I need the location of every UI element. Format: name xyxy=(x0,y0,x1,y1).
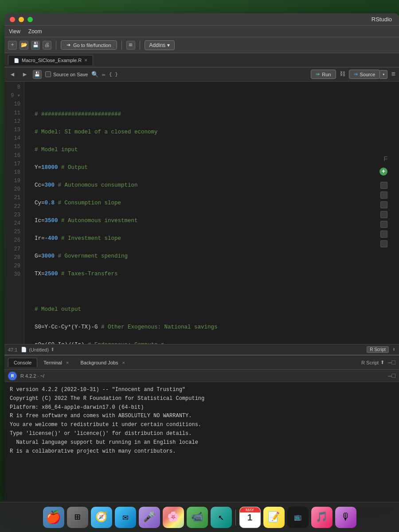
editor-toolbar: ◀ ▶ 💾 Source on Save 🔍 ✏️ { } ⇒ Run ⛓ xyxy=(4,67,399,82)
plus-icon[interactable]: + xyxy=(379,168,387,176)
toolbar-separator-3 xyxy=(140,41,140,50)
chain-icon[interactable]: ⛓ xyxy=(340,71,345,78)
source-dropdown-btn[interactable]: ▾ xyxy=(380,70,387,79)
hamburger-icon[interactable]: ≡ xyxy=(391,70,395,78)
maximize-button[interactable] xyxy=(27,17,33,22)
dock-safari[interactable]: 🧭 xyxy=(91,507,112,528)
cursor-position: 47:1 xyxy=(8,347,17,352)
run-label: Run xyxy=(322,72,331,77)
run-arrow-icon: ⇒ xyxy=(316,71,320,77)
run-button[interactable]: ⇒ Run xyxy=(311,70,336,79)
dock-siri[interactable]: 🎤 xyxy=(139,507,160,528)
code-line-20: # Model output xyxy=(28,305,395,314)
tab-terminal[interactable]: Terminal × xyxy=(38,358,74,367)
code-line-15: Ic=3500 # Autonomous investment xyxy=(28,216,395,225)
source-on-save-checkbox[interactable] xyxy=(45,71,51,77)
goto-file-button[interactable]: ➜ Go to file/function xyxy=(61,40,117,50)
code-line-11: # Model input xyxy=(28,145,395,154)
code-editor[interactable]: 8 9 ▾ 10 11 12 13 14 15 16 17 18 19 20 2… xyxy=(4,82,399,344)
save-small-icon[interactable]: 💾 xyxy=(33,70,42,79)
tab-terminal-label: Terminal xyxy=(43,360,62,365)
console-line-5: R is free software and comes with ABSOLU… xyxy=(10,412,394,421)
dock-music[interactable]: 🎵 xyxy=(311,507,332,528)
nav-forward-icon[interactable]: ▶ xyxy=(20,70,29,79)
addins-arrow-icon: ▾ xyxy=(167,42,170,48)
tab-bgjobs-close[interactable]: × xyxy=(122,360,125,365)
dock-launchpad[interactable]: ⊞ xyxy=(67,507,88,528)
r-version-text: R 4.2.2 · ~/ xyxy=(20,373,44,379)
dock-podcast[interactable]: 🎙 xyxy=(335,507,356,528)
sidebar-icon-1[interactable] xyxy=(380,182,387,189)
console-tab-bar: Console Terminal × Background Jobs × R S… xyxy=(4,356,399,370)
dock-calendar[interactable]: MAY 1 xyxy=(239,507,261,528)
app-title: RStudio xyxy=(372,16,392,23)
close-button[interactable] xyxy=(10,17,15,22)
file-nav-icon: ⬆ xyxy=(51,347,55,352)
code-icon[interactable]: { } xyxy=(109,72,118,77)
nav-back-icon[interactable]: ◀ xyxy=(8,70,17,79)
dock: 🍎 ⊞ 🧭 ✉️ 🎤 🌸 📹 ↖ MAY 1 📝 📺 🎵 🎙 xyxy=(0,502,399,532)
launchpad-icon: ⊞ xyxy=(74,511,80,523)
dock-finder[interactable]: 🍎 xyxy=(43,507,64,528)
sidebar-icon-7[interactable] xyxy=(380,240,387,247)
menu-view[interactable]: View xyxy=(9,28,20,35)
console-line-3: Platform: x86_64-apple-darwin17.0 (64-bi… xyxy=(10,403,394,412)
dock-notes[interactable]: 📝 xyxy=(263,507,285,528)
toolbar-open-icon[interactable]: 📂 xyxy=(20,41,28,50)
addins-label: Addins xyxy=(149,42,166,48)
console-resize-icon[interactable]: —□ xyxy=(388,372,395,379)
source-button[interactable]: ⇒ Source xyxy=(349,70,380,79)
code-line-12: Y=18000 # Output xyxy=(28,163,395,172)
toolbar-separator-2 xyxy=(121,41,122,50)
facetime-icon: 📹 xyxy=(191,511,203,523)
tab-close-btn[interactable]: × xyxy=(84,57,87,63)
dock-facetime[interactable]: 📹 xyxy=(187,507,208,528)
toolbar-new-icon[interactable]: + xyxy=(8,41,17,50)
notes-icon: 📝 xyxy=(268,511,280,523)
console-minimize-icon[interactable]: —□ xyxy=(388,359,395,366)
code-line-21: S0=Y-Cc-Cy*(Y-TX)-G # Other Exogenous: N… xyxy=(28,323,395,332)
sidebar-icon-4[interactable] xyxy=(380,211,387,218)
code-line-10: # Model: SI model of a closed economy xyxy=(28,128,395,137)
sidebar-icon-2[interactable] xyxy=(380,192,387,199)
dock-cursor[interactable]: ↖ xyxy=(211,507,232,528)
photos-icon: 🌸 xyxy=(167,511,179,523)
dock-photos[interactable]: 🌸 xyxy=(163,507,184,528)
tab-console[interactable]: Console xyxy=(8,358,37,367)
script-dropdown-icon[interactable]: ⬆ xyxy=(392,346,395,353)
arrow-icon: ➜ xyxy=(66,42,70,48)
console-output[interactable]: R version 4.2.2 (2022-10-31) -- "Innocen… xyxy=(4,382,399,505)
addins-button[interactable]: Addins ▾ xyxy=(145,40,175,50)
toolbar-grid-icon[interactable]: ⊞ xyxy=(126,41,135,50)
toolbar-save-icon[interactable]: 💾 xyxy=(31,41,40,50)
console-line-2: Copyright (C) 2022 The R Foundation for … xyxy=(10,395,394,403)
code-content[interactable]: # ######################## # Model: SI m… xyxy=(24,82,399,344)
dock-mail[interactable]: ✉️ xyxy=(115,507,136,528)
rstudio-window: RStudio View Zoom + 📂 💾 🖨 ➜ Go to file/f… xyxy=(4,13,399,505)
toolbar-print-icon[interactable]: 🖨 xyxy=(43,41,51,50)
tab-console-label: Console xyxy=(14,360,31,365)
appletv-icon: 📺 xyxy=(294,513,301,521)
f-label: F xyxy=(383,155,387,162)
title-bar: RStudio xyxy=(4,13,399,26)
sidebar-icon-5[interactable] xyxy=(380,221,387,228)
search-icon[interactable]: 🔍 xyxy=(91,71,98,78)
sidebar-icon-3[interactable] xyxy=(380,201,387,208)
editor-status-bar: 47:1 📄 (Untitled) ⬆ R Script ⬆ xyxy=(4,344,399,355)
dock-appletv[interactable]: 📺 xyxy=(287,507,309,528)
tab-icon: 📄 xyxy=(14,58,19,63)
code-line-19 xyxy=(28,287,395,296)
menu-zoom[interactable]: Zoom xyxy=(28,28,42,35)
tab-background-jobs[interactable]: Background Jobs × xyxy=(75,358,130,367)
podcast-icon: 🎙 xyxy=(341,511,351,523)
console-r-script-badge: R Script ⬆ xyxy=(361,360,384,365)
code-line-18: TX=2500 # Taxes-Transfers xyxy=(28,270,395,278)
minimize-button[interactable] xyxy=(19,17,24,22)
console-line-11: R is a collaborative project with many c… xyxy=(10,447,394,456)
tab-terminal-close[interactable]: × xyxy=(66,360,69,365)
r-version-bar: R R 4.2.2 · ~/ —□ xyxy=(4,370,399,382)
edit-icon[interactable]: ✏️ xyxy=(102,71,106,78)
editor-tab-macro[interactable]: 📄 Macro_SIClose_Example.R × xyxy=(8,55,93,65)
console-line-1: R version 4.2.2 (2022-10-31) -- "Innocen… xyxy=(10,386,394,395)
sidebar-icon-6[interactable] xyxy=(380,231,387,238)
